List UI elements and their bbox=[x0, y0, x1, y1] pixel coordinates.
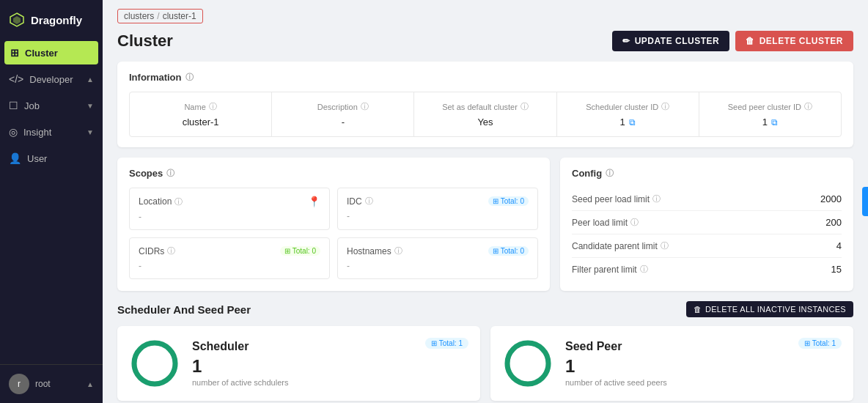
delete-cluster-label: DELETE CLUSTER bbox=[760, 36, 843, 46]
sidebar-item-job-label: Job bbox=[24, 100, 40, 111]
trash-icon: 🗑 bbox=[746, 36, 755, 46]
name-info-icon: ⓘ bbox=[209, 101, 217, 112]
avatar: r bbox=[9, 374, 29, 394]
info-cell-scheduler-id: Scheduler cluster ID ⓘ 1 ⧉ bbox=[557, 92, 699, 136]
seed-peer-total-badge: ⊞ Total: 1 bbox=[798, 338, 842, 349]
filter-value: 15 bbox=[831, 264, 842, 275]
config-title: Config ⓘ bbox=[572, 168, 842, 179]
scope-box-hostnames: Hostnames ⓘ ⊞ Total: 0 - bbox=[337, 237, 538, 279]
scheduler-cards: Scheduler 1 number of active schdulers ⊞… bbox=[117, 326, 853, 401]
svg-point-5 bbox=[507, 343, 548, 384]
sidebar-item-developer[interactable]: </> Developer ▲ bbox=[0, 66, 103, 92]
sidebar-username: root bbox=[35, 379, 51, 389]
idc-badge: ⊞ Total: 0 bbox=[488, 196, 529, 206]
config-row-candidate: Candidate parent limit ⓘ 4 bbox=[572, 234, 842, 258]
breadcrumb-parent[interactable]: clusters bbox=[124, 11, 154, 21]
default-info-icon: ⓘ bbox=[521, 101, 529, 112]
cidrs-badge: ⊞ Total: 0 bbox=[280, 246, 320, 256]
update-cluster-button[interactable]: ✏ UPDATE CLUSTER bbox=[612, 31, 729, 51]
hostnames-value: - bbox=[347, 261, 529, 271]
info-cell-description: Description ⓘ - bbox=[272, 92, 414, 136]
scheduler-seed-header: Scheduler And Seed Peer 🗑 DELETE ALL INA… bbox=[117, 301, 853, 317]
delete-inactive-label: DELETE ALL INACTIVE INSTANCES bbox=[705, 305, 846, 314]
seed-peer-card-name: Seed Peer bbox=[565, 340, 667, 353]
avatar-letter: r bbox=[18, 379, 21, 389]
location-info-icon: ⓘ bbox=[174, 196, 183, 207]
peer-load-value: 200 bbox=[825, 217, 842, 228]
candidate-info-icon: ⓘ bbox=[661, 240, 669, 251]
config-rows: Seed peer load limit ⓘ 2000 Peer load li… bbox=[572, 188, 842, 281]
header-buttons: ✏ UPDATE CLUSTER 🗑 DELETE CLUSTER bbox=[612, 31, 853, 51]
candidate-value: 4 bbox=[836, 240, 842, 251]
cidrs-info-icon: ⓘ bbox=[167, 245, 175, 256]
idc-badge-icon: ⊞ bbox=[493, 197, 499, 205]
info-cell-default: Set as default cluster ⓘ Yes bbox=[414, 92, 556, 136]
scope-box-idc: IDC ⓘ ⊞ Total: 0 - bbox=[337, 188, 538, 230]
seed-peer-card-number: 1 bbox=[565, 356, 667, 377]
breadcrumb-separator: / bbox=[157, 11, 159, 21]
cidrs-value: - bbox=[139, 261, 320, 271]
config-section: Config ⓘ Seed peer load limit ⓘ 2000 Pee… bbox=[560, 158, 853, 291]
insight-chevron-icon: ▼ bbox=[87, 128, 94, 136]
sidebar-item-user[interactable]: 👤 User bbox=[0, 145, 103, 171]
job-chevron-icon: ▼ bbox=[87, 102, 94, 110]
scheduler-badge-icon: ⊞ bbox=[431, 339, 437, 347]
sidebar-item-cluster[interactable]: ⊞ Cluster bbox=[4, 41, 98, 64]
page-header: Cluster ✏ UPDATE CLUSTER 🗑 DELETE CLUSTE… bbox=[117, 31, 853, 51]
info-cell-seed-peer-id: Seed peer cluster ID ⓘ 1 ⧉ bbox=[699, 92, 841, 136]
filter-info-icon: ⓘ bbox=[640, 264, 648, 275]
delete-cluster-button[interactable]: 🗑 DELETE CLUSTER bbox=[735, 31, 853, 51]
information-section: Information ⓘ Name ⓘ cluster-1 Descripti… bbox=[117, 62, 853, 147]
edit-icon: ✏ bbox=[622, 36, 630, 46]
scheduler-id-info-icon: ⓘ bbox=[661, 101, 669, 112]
scope-box-cidrs: CIDRs ⓘ ⊞ Total: 0 - bbox=[129, 237, 330, 279]
location-value: - bbox=[139, 212, 320, 222]
seed-peer-donut bbox=[502, 338, 553, 389]
hostnames-info-icon: ⓘ bbox=[394, 245, 402, 256]
delete-inactive-button[interactable]: 🗑 DELETE ALL INACTIVE INSTANCES bbox=[686, 301, 853, 317]
sidebar-item-cluster-label: Cluster bbox=[25, 48, 58, 59]
description-value: - bbox=[342, 117, 345, 127]
scopes-section: Scopes ⓘ Location ⓘ 📍 - bbox=[117, 158, 550, 291]
scheduler-total-badge: ⊞ Total: 1 bbox=[425, 338, 468, 349]
information-info-icon: ⓘ bbox=[185, 72, 194, 83]
cidrs-badge-icon: ⊞ bbox=[284, 247, 290, 255]
app-logo: Dragonfly bbox=[0, 0, 103, 40]
sidebar-footer: r root ▲ bbox=[0, 364, 103, 403]
seed-peer-id-info-icon: ⓘ bbox=[804, 101, 812, 112]
config-row-seed-peer-load: Seed peer load limit ⓘ 2000 bbox=[572, 188, 842, 211]
scope-box-location: Location ⓘ 📍 - bbox=[129, 188, 330, 230]
scheduler-card-name: Scheduler bbox=[192, 340, 288, 353]
seed-peer-id-copy-icon[interactable]: ⧉ bbox=[771, 117, 778, 127]
scheduler-seed-title: Scheduler And Seed Peer bbox=[117, 303, 251, 316]
peer-load-info-icon: ⓘ bbox=[630, 217, 639, 228]
config-info-icon: ⓘ bbox=[606, 168, 614, 179]
scopes-grid: Location ⓘ 📍 - IDC ⓘ bbox=[129, 188, 538, 279]
sidebar-item-job[interactable]: ☐ Job ▼ bbox=[0, 92, 103, 119]
seed-peer-card-desc: number of active seed peers bbox=[565, 378, 667, 387]
breadcrumb: clusters / cluster-1 bbox=[117, 9, 203, 23]
job-icon: ☐ bbox=[9, 100, 18, 111]
developer-icon: </> bbox=[9, 73, 23, 85]
scroll-indicator bbox=[862, 187, 868, 216]
sidebar-footer-chevron-icon: ▲ bbox=[87, 380, 94, 388]
scheduler-id-value: 1 bbox=[620, 117, 625, 127]
svg-point-3 bbox=[134, 343, 175, 384]
scheduler-card: Scheduler 1 number of active schdulers ⊞… bbox=[117, 326, 480, 401]
sidebar-item-insight[interactable]: ◎ Insight ▼ bbox=[0, 119, 103, 145]
hostnames-badge: ⊞ Total: 0 bbox=[488, 246, 529, 256]
default-value: Yes bbox=[477, 117, 493, 127]
information-title: Information ⓘ bbox=[129, 72, 842, 83]
scopes-config-row: Scopes ⓘ Location ⓘ 📍 - bbox=[117, 158, 853, 291]
trash-inactive-icon: 🗑 bbox=[694, 305, 702, 314]
idc-value: - bbox=[347, 211, 529, 221]
seed-peer-id-value: 1 bbox=[762, 117, 768, 127]
config-row-filter: Filter parent limit ⓘ 15 bbox=[572, 258, 842, 281]
breadcrumb-current: cluster-1 bbox=[163, 11, 196, 21]
scheduler-id-copy-icon[interactable]: ⧉ bbox=[629, 117, 636, 127]
sidebar-item-developer-label: Developer bbox=[29, 74, 73, 85]
main-content: clusters / cluster-1 Cluster ✏ UPDATE CL… bbox=[103, 0, 868, 403]
desc-info-icon: ⓘ bbox=[361, 101, 369, 112]
cluster-icon: ⊞ bbox=[10, 47, 19, 59]
page-title: Cluster bbox=[117, 32, 173, 51]
